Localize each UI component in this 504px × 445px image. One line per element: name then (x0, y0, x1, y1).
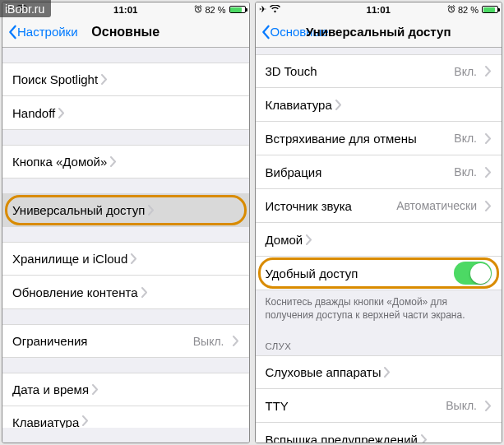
row-label: Хранилище и iCloud (12, 252, 127, 266)
row-label: Клавиатура (266, 98, 332, 112)
row-value: Выкл. (193, 335, 229, 348)
chevron-right-icon (92, 384, 99, 395)
status-time: 11:01 (113, 5, 137, 15)
settings-list[interactable]: Поиск Spotlight Handoff Кнопка «Домой» У… (2, 48, 249, 443)
phone-right: ✈ 11:01 82 % Основные Универсальный дост… (255, 2, 503, 443)
chevron-left-icon (261, 25, 270, 39)
navbar: Основные Универсальный доступ (256, 16, 502, 48)
chevron-right-icon (485, 201, 492, 211)
chevron-right-icon (82, 415, 89, 426)
accessibility-list[interactable]: 3D Touch Вкл. Клавиатура Встряхивание дл… (256, 48, 502, 443)
reachability-footer: Коснитесь дважды кнопки «Домой» для полу… (256, 290, 502, 328)
alarm-icon (447, 5, 455, 15)
row-label: Клавиатура (12, 415, 79, 428)
row-label: Кнопка «Домой» (12, 155, 107, 169)
row-label: Вспышка предупреждений (266, 433, 418, 443)
chevron-right-icon (485, 167, 492, 178)
reachability-switch[interactable] (454, 262, 492, 285)
chevron-right-icon (421, 434, 428, 443)
row-label: Универсальный доступ (12, 203, 145, 217)
chevron-right-icon (101, 74, 108, 85)
chevron-right-icon (306, 234, 312, 245)
row-value: Автоматически (396, 199, 482, 212)
row-home[interactable]: Домой (256, 223, 502, 257)
row-label: Вибрация (266, 165, 322, 179)
row-shake-undo[interactable]: Встряхивание для отмены Вкл. (256, 122, 502, 155)
chevron-right-icon (148, 205, 155, 216)
row-value: Вкл. (454, 132, 482, 145)
back-label: Настройки (17, 25, 78, 39)
row-background-refresh[interactable]: Обновление контента (2, 276, 249, 309)
row-label: TTY (266, 399, 289, 413)
chevron-right-icon (110, 156, 117, 167)
back-button[interactable]: Настройки (7, 25, 78, 39)
row-tty[interactable]: TTY Выкл. (256, 389, 502, 423)
status-time: 11:01 (367, 5, 391, 15)
row-keyboard[interactable]: Клавиатура (2, 406, 249, 428)
row-audio-route[interactable]: Источник звука Автоматически (256, 189, 502, 223)
row-value: Выкл. (446, 399, 482, 412)
row-label: Домой (266, 233, 303, 247)
chevron-right-icon (233, 336, 239, 346)
battery-percent: 82 % (458, 5, 479, 15)
row-reachability[interactable]: Удобный доступ (256, 257, 502, 290)
statusbar: ✈ 11:01 82 % (256, 2, 502, 16)
row-label: Handoff (12, 106, 55, 120)
row-label: Слуховые аппараты (266, 365, 381, 379)
row-keyboard[interactable]: Клавиатура (256, 88, 502, 122)
phone-left: ✈ 11:01 82 % Настройки Основные Поиск Sp… (2, 2, 250, 443)
row-hearing-aids[interactable]: Слуховые аппараты (256, 355, 502, 389)
row-label: Поиск Spotlight (12, 72, 98, 86)
page-title: Основные (91, 25, 160, 39)
battery-icon (229, 6, 246, 13)
row-restrictions[interactable]: Ограничения Выкл. (2, 324, 249, 358)
row-label: Обновление контента (12, 285, 138, 299)
wifi-icon (270, 5, 280, 15)
row-vibration[interactable]: Вибрация Вкл. (256, 155, 502, 189)
chevron-right-icon (131, 253, 137, 264)
row-label: 3D Touch (266, 64, 317, 78)
row-accessibility[interactable]: Универсальный доступ (2, 193, 249, 227)
row-label: Удобный доступ (266, 267, 358, 280)
battery-percent: 82 % (205, 5, 225, 15)
navbar: Настройки Основные (2, 16, 249, 48)
row-date-time[interactable]: Дата и время (2, 373, 249, 406)
row-home-button[interactable]: Кнопка «Домой» (2, 145, 249, 178)
row-led-flash[interactable]: Вспышка предупреждений (256, 423, 502, 443)
row-label: Ограничения (12, 334, 87, 348)
row-label: Встряхивание для отмены (266, 132, 417, 146)
chevron-right-icon (335, 100, 342, 110)
airplane-icon: ✈ (259, 5, 266, 14)
row-handoff[interactable]: Handoff (2, 96, 249, 130)
chevron-right-icon (485, 401, 492, 411)
row-value: Вкл. (454, 65, 482, 78)
section-header-hearing: СЛУХ (256, 328, 502, 355)
row-label: Источник звука (266, 199, 352, 213)
row-spotlight[interactable]: Поиск Spotlight (2, 63, 249, 96)
chevron-right-icon (141, 287, 148, 298)
chevron-right-icon (485, 66, 492, 76)
chevron-right-icon (58, 108, 65, 118)
chevron-right-icon (485, 133, 492, 144)
chevron-right-icon (384, 367, 391, 378)
battery-icon (482, 6, 498, 13)
row-label: Дата и время (12, 382, 89, 396)
row-storage[interactable]: Хранилище и iCloud (2, 242, 249, 276)
chevron-left-icon (7, 25, 17, 39)
row-3d-touch[interactable]: 3D Touch Вкл. (256, 54, 502, 88)
alarm-icon (194, 5, 202, 15)
watermark: iBobr.ru (0, 0, 51, 17)
page-title: Универсальный доступ (306, 25, 451, 39)
row-value: Вкл. (454, 165, 482, 178)
